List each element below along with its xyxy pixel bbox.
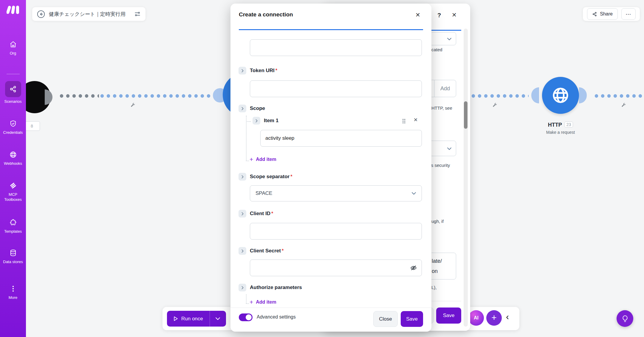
puzzle-icon [9,219,17,226]
scope-separator-label: Scope separator [250,174,290,179]
field-expand-toggle[interactable] [239,105,246,112]
add-item-label: Add item [256,157,276,162]
database-icon [9,249,17,257]
scope-item-input[interactable] [260,130,422,147]
required-asterisk: * [282,248,284,253]
share-button[interactable]: Share [587,8,618,20]
panel-help-button[interactable]: ? [437,12,441,19]
panel-close-button[interactable]: ✕ [452,12,457,18]
modal-save-button[interactable]: Save [401,311,423,327]
panel-scrollbar-thumb[interactable] [464,101,467,129]
share-label: Share [600,11,613,17]
scope-separator-select[interactable]: SPACE [250,185,422,201]
panel-input-text: late/ [432,256,442,266]
field-expand-toggle[interactable] [239,284,246,291]
more-options-button[interactable]: ⋯ [621,8,636,20]
field-expand-toggle[interactable] [239,173,246,181]
sidebar-item-label: Webhooks [0,161,26,166]
add-scope-item-button[interactable]: + Add item [250,156,276,162]
modal-close-footer-button[interactable]: Close [373,311,398,327]
add-authorize-parameter-button[interactable]: + Add item [250,299,276,305]
plus-icon: + [250,299,253,305]
module-subtitle: Make a request [525,130,596,135]
sidebar-item-data-stores[interactable]: Data stores [0,249,26,265]
required-asterisk: * [290,174,292,179]
client-secret-label: Client Secret [250,248,281,254]
scenario-settings-sliders-icon[interactable] [134,11,141,17]
scenario-header-bar: 健康チェックシート｜定時実行用 [32,7,145,21]
tree-connector-line [246,121,251,122]
item-expand-toggle[interactable] [253,117,260,125]
run-once-button[interactable]: Run once [167,311,226,327]
connection-dots [58,94,99,98]
help-tips-button[interactable] [617,310,633,327]
wrench-icon [621,103,626,107]
sidebar-item-label: MCP Toolboxes [0,192,26,202]
drag-handle-icon[interactable] [402,119,405,124]
sidebar-item-credentials[interactable]: Credentials [0,119,26,135]
shield-check-icon [9,120,17,128]
client-secret-input[interactable] [250,260,422,276]
ellipsis-vertical-icon [9,285,17,293]
chevron-right-icon [255,119,258,123]
tree-connector-line [246,161,249,161]
remove-item-button[interactable]: ✕ [414,117,418,122]
chevron-down-icon [215,317,220,320]
sidebar-item-org[interactable]: Org [0,40,26,56]
client-id-label: Client ID [250,211,270,216]
modal-header-underline [239,29,423,30]
sidebar-item-templates[interactable]: Templates [0,218,26,234]
ai-assistant-button[interactable]: AI [468,310,484,326]
modal-title: Create a connection [239,11,293,18]
modal-footer-divider [230,308,431,308]
advanced-settings-toggle[interactable] [239,313,253,321]
required-asterisk: * [275,68,277,73]
modal-close-button[interactable]: ✕ [415,12,420,18]
sidebar-item-more[interactable]: More [0,284,26,300]
scenarios-icon [9,85,17,93]
app-sidebar: Org Scenarios Credentials [0,0,26,337]
lightbulb-icon [621,315,629,323]
advanced-settings-label: Advanced settings [257,314,296,320]
chevron-down-icon [447,38,452,41]
panel-add-button[interactable]: Add [434,80,456,97]
run-options-dropdown[interactable] [210,311,226,327]
sidebar-item-scenarios[interactable]: Scenarios [0,81,26,104]
sidebar-item-label: Data stores [0,260,26,265]
make-logo[interactable] [0,5,26,14]
http-module-node[interactable] [542,77,579,114]
chevron-right-icon [241,107,244,111]
panel-text-fragment: cated [431,47,442,52]
field-expand-toggle[interactable] [239,67,246,74]
sidebar-item-label: Org [0,51,26,56]
add-item-label: Add item [256,299,276,305]
eye-slash-icon[interactable] [410,264,417,271]
field-expand-toggle[interactable] [239,247,246,255]
connector-bump-gray [45,89,52,105]
field-expand-toggle[interactable] [239,210,246,218]
sidebar-item-webhooks[interactable]: Webhooks [0,150,26,166]
scope-label: Scope [250,105,265,111]
authorize-uri-input[interactable] [250,39,422,56]
add-module-button[interactable]: + [486,310,502,326]
collapse-toolbar-chevron[interactable]: ‹ [506,312,509,322]
tree-connector-line [246,303,249,304]
tree-connector-line [246,294,247,303]
chevron-right-icon [241,249,244,253]
panel-text-fragment: L), [431,285,437,290]
chevron-right-icon [241,286,244,290]
panel-text-fragment: HTTP, see [431,105,452,111]
wrench-icon [493,103,497,107]
connection-dots [99,94,213,98]
chevron-down-icon [411,192,416,195]
token-uri-input[interactable] [250,80,422,97]
panel-scrollbar-track[interactable] [464,29,468,327]
sidebar-item-mcp-toolboxes[interactable]: MCP Toolboxes [0,181,26,202]
panel-save-button[interactable]: Save [436,308,461,324]
client-id-input[interactable] [250,223,422,240]
layers-icon [9,182,17,190]
connection-dots [593,94,644,98]
scenario-actions-bar: Share ⋯ [583,7,640,21]
back-button[interactable] [37,10,45,18]
connection-dots [470,94,529,98]
